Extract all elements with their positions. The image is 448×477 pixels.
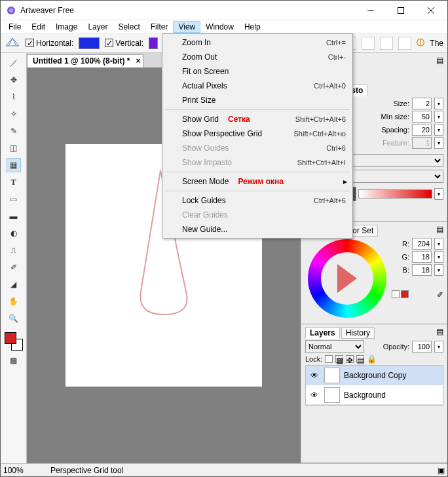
pencil-tool[interactable]: ✎: [7, 124, 21, 138]
r-input[interactable]: [412, 238, 432, 250]
perspective-icon: [5, 37, 20, 49]
eyedropper-icon[interactable]: ✐: [437, 290, 443, 299]
panel-menu-icon[interactable]: ▤: [436, 225, 443, 237]
close-tab-icon[interactable]: ×: [136, 56, 140, 66]
layer-list: 👁 Background Copy 👁 Background: [305, 365, 443, 406]
menubar: File Edit Image Layer Select Filter View…: [1, 20, 447, 33]
eyedropper-tool[interactable]: ✐: [7, 260, 21, 275]
stamp-tool[interactable]: ⎍: [7, 243, 21, 258]
move-tool[interactable]: ✥: [7, 73, 21, 87]
tab-history[interactable]: History: [341, 327, 375, 339]
lasso-tool[interactable]: ⌇: [7, 90, 21, 104]
maximize-button[interactable]: [386, 1, 416, 20]
horizontal-checkbox[interactable]: ✓ Horizontal:: [26, 39, 73, 48]
mi-zoom-out[interactable]: Zoom OutCtrl+-: [164, 50, 351, 64]
brush-tool[interactable]: ／: [7, 56, 21, 70]
zoom-tool[interactable]: 🔍: [7, 311, 21, 326]
menu-select[interactable]: Select: [113, 21, 145, 33]
mi-show-grid[interactable]: Show GridСеткаShift+Ctrl+Alt+6: [164, 112, 351, 126]
mi-lock-guides[interactable]: Lock GuidesCtrl+Alt+6: [164, 193, 351, 208]
hand-tool[interactable]: ✋: [7, 294, 21, 309]
gradient-tool[interactable]: ▬: [7, 209, 21, 223]
mi-new-guide[interactable]: New Guide...: [164, 222, 351, 237]
statusbar: 100% Perspective Grid tool ▣: [1, 463, 447, 476]
type-tool[interactable]: T: [7, 175, 21, 189]
mi-actual-pixels[interactable]: Actual PixelsCtrl+Alt+0: [164, 79, 351, 93]
eraser-tool[interactable]: ◐: [7, 226, 21, 240]
vertical-color[interactable]: [149, 37, 158, 49]
wand-tool[interactable]: ✧: [7, 107, 21, 121]
titlebar: Artweaver Free: [1, 1, 447, 20]
minsize-spin[interactable]: ▾: [434, 111, 443, 123]
menu-window[interactable]: Window: [200, 21, 239, 33]
blendmode-select[interactable]: Normal: [305, 340, 364, 353]
g-input[interactable]: [412, 251, 432, 263]
menu-layer[interactable]: Layer: [83, 21, 113, 33]
view-menu-dropdown: Zoom InCtrl+= Zoom OutCtrl+- Fit on Scre…: [162, 33, 353, 238]
mi-show-perspective-grid[interactable]: Show Perspective GridShift+Ctrl+Alt+ю: [164, 126, 351, 141]
size-input[interactable]: [412, 98, 432, 109]
menu-image[interactable]: Image: [50, 21, 83, 33]
texture-tool[interactable]: ▩: [7, 353, 21, 368]
layer-row[interactable]: 👁 Background: [306, 385, 443, 405]
visibility-icon[interactable]: 👁: [308, 371, 320, 380]
menu-file[interactable]: File: [3, 21, 26, 33]
color-well[interactable]: [5, 332, 23, 351]
toolbar-btn-3[interactable]: [380, 37, 393, 50]
horizontal-color[interactable]: [79, 37, 100, 49]
mi-clear-guides: Clear Guides: [164, 208, 351, 222]
toolbar-btn-2[interactable]: [362, 37, 375, 50]
color-wheel[interactable]: [308, 239, 386, 318]
size-spin[interactable]: ▾: [434, 98, 443, 109]
toolbar-btn-4[interactable]: [398, 37, 411, 50]
mi-show-impasto: Show ImpastoShift+Ctrl+Alt+I: [164, 155, 351, 170]
zoom-display[interactable]: 100%: [3, 466, 43, 475]
menu-view[interactable]: View: [173, 21, 200, 33]
lock-pos[interactable]: ✥: [346, 355, 354, 363]
svg-point-1: [9, 9, 13, 12]
minsize-input[interactable]: [412, 111, 432, 123]
mi-screen-mode[interactable]: Screen ModeРежим окна▸: [164, 174, 351, 189]
lock-icon[interactable]: 🔒: [367, 354, 377, 364]
prev-color[interactable]: [392, 290, 400, 298]
menu-help[interactable]: Help: [239, 21, 266, 33]
mi-fit-screen[interactable]: Fit on Screen: [164, 64, 351, 79]
minimize-button[interactable]: [356, 1, 386, 20]
lock-trans[interactable]: [325, 355, 333, 363]
layer-name[interactable]: Background: [344, 391, 386, 400]
curr-color[interactable]: [401, 290, 409, 298]
statusbar-icon[interactable]: ▣: [438, 466, 445, 475]
info-icon[interactable]: ⓘ: [417, 37, 424, 48]
menu-filter[interactable]: Filter: [145, 21, 174, 33]
shape-tool[interactable]: ▭: [7, 192, 21, 206]
document-tab[interactable]: Untitled 1 @ 100% (8-bit) * ×: [27, 54, 143, 67]
tab-layers[interactable]: Layers: [305, 327, 340, 339]
layer-name[interactable]: Background Copy: [344, 371, 406, 380]
b-input[interactable]: [412, 264, 432, 276]
menu-edit[interactable]: Edit: [26, 21, 50, 33]
close-button[interactable]: [416, 1, 446, 20]
svg-rect-3: [398, 7, 404, 13]
grad-picker[interactable]: ▾: [434, 188, 443, 200]
toolbox: ／ ✥ ⌇ ✧ ✎ ◫ ▦ T ▭ ▬ ◐ ⎍ ✐ ◢ ✋ 🔍 ▩: [1, 53, 27, 463]
perspective-grid-tool[interactable]: ▦: [7, 158, 21, 172]
mi-zoom-in[interactable]: Zoom InCtrl+=: [164, 35, 351, 50]
opacity-input[interactable]: [412, 341, 432, 353]
grad-bar[interactable]: [358, 189, 432, 199]
lock-paint[interactable]: ▩: [335, 355, 343, 363]
layers-panel: Layers History ▤ Normal Opacity: ▾ Lock:…: [301, 324, 447, 463]
feature-input: [412, 137, 432, 149]
vertical-checkbox[interactable]: ✓ Vertical:: [105, 39, 143, 48]
app-icon: [6, 5, 16, 16]
visibility-icon[interactable]: 👁: [308, 391, 320, 400]
panel-menu-icon[interactable]: ▤: [436, 56, 443, 65]
layer-thumb: [324, 387, 340, 403]
lock-all[interactable]: ▤: [356, 355, 364, 363]
spacing-spin[interactable]: ▾: [434, 124, 443, 136]
panel-menu-icon[interactable]: ▤: [436, 327, 443, 339]
layer-row[interactable]: 👁 Background Copy: [306, 366, 443, 385]
crop-tool[interactable]: ◫: [7, 141, 21, 155]
spacing-input[interactable]: [412, 124, 432, 136]
mi-print-size[interactable]: Print Size: [164, 93, 351, 107]
bucket-tool[interactable]: ◢: [7, 277, 21, 292]
